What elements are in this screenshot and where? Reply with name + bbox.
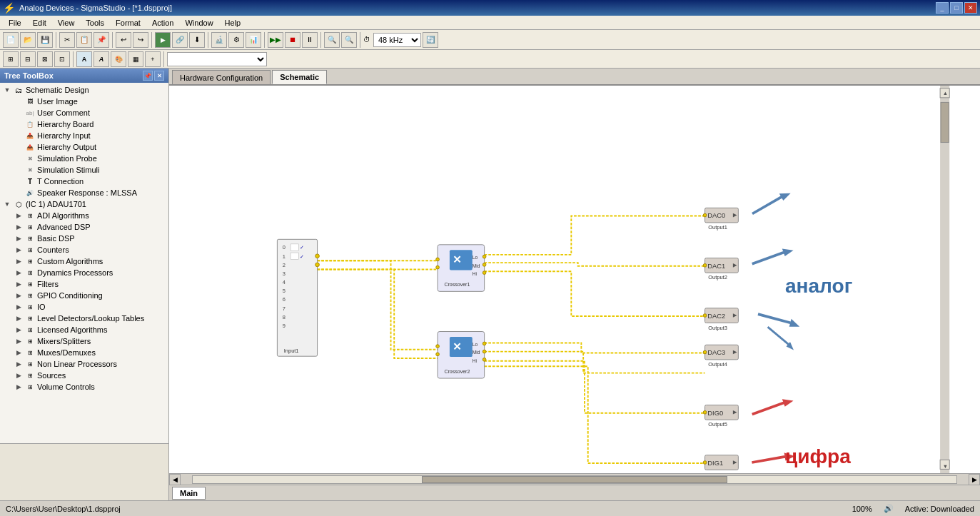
- svg-text:Lo: Lo: [473, 255, 478, 260]
- tree-hierarchy-board[interactable]: 📋 Hierarchy Board: [0, 118, 168, 130]
- tb2-btn7[interactable]: 🎨: [111, 51, 126, 67]
- menu-view[interactable]: View: [52, 16, 81, 29]
- menu-tools[interactable]: Tools: [80, 16, 110, 29]
- tb2-btn2[interactable]: ⊟: [20, 51, 36, 67]
- close-button[interactable]: ✕: [964, 2, 977, 14]
- download-btn[interactable]: ⬇: [189, 32, 205, 48]
- svg-text:Output5: Output5: [708, 421, 727, 428]
- tb2-btn3[interactable]: ⊠: [37, 51, 53, 67]
- tree-container[interactable]: ▼ 🗂 Schematic Design 🖼 User Image ab| Us…: [0, 83, 168, 443]
- save-btn[interactable]: 💾: [37, 32, 53, 48]
- menu-format[interactable]: Format: [110, 16, 146, 29]
- tab-bar: Hardware Configuration Schematic: [169, 69, 980, 86]
- tb2-btn6[interactable]: A: [94, 51, 109, 67]
- menu-file[interactable]: File: [3, 16, 27, 29]
- tree-level-detectors[interactable]: ▶ ⊞ Level Detectors/Lookup Tables: [0, 313, 168, 324]
- tree-muxes-demuxes[interactable]: ▶ ⊞ Muxes/Demuxes: [0, 347, 168, 358]
- tree-non-linear-processors[interactable]: ▶ ⊞ Non Linear Processors: [0, 358, 168, 370]
- crossover2-block: ✕ Lo Mid Hi Crossover2: [436, 332, 486, 379]
- tree-adi-algorithms[interactable]: ▶ ⊞ ADI Algorithms: [0, 210, 168, 221]
- menu-edit[interactable]: Edit: [27, 16, 52, 29]
- tb2-btn8[interactable]: ▦: [128, 51, 143, 67]
- pause-btn[interactable]: ⏸: [302, 32, 318, 48]
- right-panel: Hardware Configuration Schematic: [169, 69, 980, 500]
- panel-close-btn[interactable]: ✕: [154, 71, 164, 81]
- menu-help[interactable]: Help: [219, 16, 247, 29]
- zoom-out-btn[interactable]: 🔍: [341, 32, 357, 48]
- bottom-tab-main[interactable]: Main: [172, 487, 206, 500]
- tb2-btn4[interactable]: ⊡: [54, 51, 70, 67]
- tree-schematic-design[interactable]: ▼ 🗂 Schematic Design: [0, 84, 168, 96]
- svg-text:3: 3: [283, 270, 286, 277]
- schematic-area[interactable]: 0 1 ✓ ✓ 2 3 4 5 6 7 8 9 I: [169, 86, 980, 473]
- copy-btn[interactable]: 📋: [76, 32, 92, 48]
- link-btn[interactable]: 🔗: [172, 32, 188, 48]
- redo-btn[interactable]: ↪: [133, 32, 148, 48]
- tab-schematic[interactable]: Schematic: [272, 70, 327, 84]
- tree-mixers-splitters[interactable]: ▶ ⊞ Mixers/Splitters: [0, 335, 168, 347]
- tree-user-image[interactable]: 🖼 User Image: [0, 96, 168, 107]
- zoom-in-btn[interactable]: 🔍: [324, 32, 340, 48]
- tab-hardware[interactable]: Hardware Configuration: [172, 70, 271, 84]
- sample-rate-select[interactable]: 48 kHz 96 kHz 192 kHz: [373, 33, 421, 47]
- tree-basic-dsp[interactable]: ▶ ⊞ Basic DSP: [0, 233, 168, 244]
- menu-window[interactable]: Window: [179, 16, 218, 29]
- title-bar: ⚡ Analog Devices - SigmaStudio - [*1.dsp…: [0, 0, 980, 16]
- cut-btn[interactable]: ✂: [59, 32, 75, 48]
- scroll-right-btn[interactable]: ▶: [969, 474, 980, 485]
- settings-btn[interactable]: ⚙: [228, 32, 244, 48]
- svg-text:✓: ✓: [300, 245, 304, 250]
- h-scrollbar-thumb[interactable]: [422, 476, 727, 483]
- tree-sim-stimuli[interactable]: ✖ Simulation Stimuli: [0, 164, 168, 176]
- tree-counters[interactable]: ▶ ⊞ Counters: [0, 244, 168, 256]
- tree-t-connection[interactable]: T T Connection: [0, 176, 168, 187]
- tree-sim-probe[interactable]: ✖ Simulation Probe: [0, 153, 168, 164]
- tree-gpio-conditioning[interactable]: ▶ ⊞ GPIO Conditioning: [0, 290, 168, 301]
- schematic-svg: 0 1 ✓ ✓ 2 3 4 5 6 7 8 9 I: [169, 86, 980, 473]
- font-select[interactable]: [167, 52, 267, 66]
- status-active: Active: Downloaded: [905, 505, 974, 513]
- tree-filters[interactable]: ▶ ⊞ Filters: [0, 278, 168, 290]
- h-scrollbar[interactable]: ◀ ▶: [169, 473, 980, 485]
- maximize-button[interactable]: □: [950, 2, 963, 14]
- stop-btn[interactable]: ⏹: [285, 32, 300, 48]
- tb2-btn9[interactable]: +: [145, 51, 161, 67]
- svg-text:8: 8: [283, 314, 286, 320]
- paste-btn[interactable]: 📌: [94, 32, 109, 48]
- menu-bar: File Edit View Tools Format Action Windo…: [0, 16, 980, 30]
- tree-volume-controls[interactable]: ▶ ⊞ Volume Controls: [0, 381, 168, 393]
- tree-licensed-algorithms[interactable]: ▶ ⊞ Licensed Algorithms: [0, 324, 168, 335]
- monitor-btn[interactable]: 📊: [246, 32, 261, 48]
- svg-point-29: [483, 271, 486, 275]
- tree-hierarchy-input[interactable]: 📥 Hierarchy Input: [0, 130, 168, 141]
- tree-dynamics-processors[interactable]: ▶ ⊞ Dynamics Processors: [0, 267, 168, 278]
- tree-sources[interactable]: ▶ ⊞ Sources: [0, 370, 168, 381]
- svg-point-73: [703, 461, 707, 465]
- svg-text:DIG0: DIG0: [707, 410, 723, 417]
- open-btn[interactable]: 📂: [20, 32, 36, 48]
- window-title: Analog Devices - SigmaStudio - [*1.dsppr…: [19, 4, 936, 12]
- refresh-btn[interactable]: 🔄: [423, 32, 438, 48]
- h-scrollbar-track[interactable]: [192, 475, 957, 484]
- probe-btn[interactable]: 🔬: [211, 32, 227, 48]
- compile-btn[interactable]: ▶: [155, 32, 171, 48]
- toolbar2: ⊞ ⊟ ⊠ ⊡ A A 🎨 ▦ +: [0, 50, 980, 69]
- svg-text:DAC1: DAC1: [707, 263, 725, 270]
- tree-user-comment[interactable]: ab| User Comment: [0, 107, 168, 118]
- undo-btn[interactable]: ↩: [116, 32, 131, 48]
- tree-custom-algorithms[interactable]: ▶ ⊞ Custom Algorithms: [0, 256, 168, 267]
- tree-advanced-dsp[interactable]: ▶ ⊞ Advanced DSP: [0, 221, 168, 233]
- tb2-btn5[interactable]: A: [76, 51, 92, 67]
- new-btn[interactable]: 📄: [3, 32, 19, 48]
- tree-ic1[interactable]: ▼ ⬡ (IC 1) ADAU1701: [0, 198, 168, 210]
- tb2-btn1[interactable]: ⊞: [3, 51, 19, 67]
- scroll-left-btn[interactable]: ◀: [169, 474, 181, 485]
- tree-io[interactable]: ▶ ⊞ IO: [0, 301, 168, 313]
- minimize-button[interactable]: _: [936, 2, 949, 14]
- tree-speaker-response[interactable]: 🔊 Speaker Response : MLSSA: [0, 187, 168, 198]
- panel-pin-btn[interactable]: 📌: [143, 71, 153, 81]
- menu-action[interactable]: Action: [146, 16, 180, 29]
- tree-hierarchy-output[interactable]: 📤 Hierarchy Output: [0, 141, 168, 153]
- run-btn[interactable]: ▶▶: [268, 32, 283, 48]
- svg-text:4: 4: [283, 279, 286, 285]
